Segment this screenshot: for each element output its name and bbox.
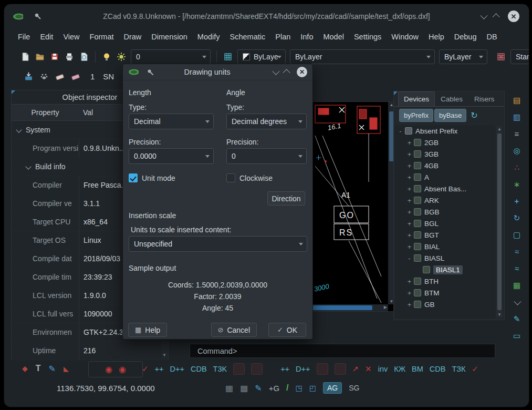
menu-draw[interactable]: Draw [123, 33, 141, 41]
scroll-up-icon[interactable]: ▲ [496, 127, 503, 131]
tool-icon[interactable]: ◆ [22, 364, 28, 373]
grid-display-icon[interactable]: ▩ [240, 383, 248, 393]
disabled-tool-icon[interactable] [335, 363, 346, 375]
cdb-button[interactable]: CDB [191, 365, 207, 373]
layers-stack-icon[interactable]: ▤ [511, 95, 523, 106]
shade-up-icon[interactable] [493, 13, 500, 20]
draw-mode-icon[interactable]: ✎ [255, 383, 262, 393]
save-icon[interactable] [49, 52, 60, 62]
tree-item[interactable]: +A [395, 171, 495, 183]
expander-icon[interactable]: + [406, 150, 413, 158]
new-file-icon[interactable] [20, 52, 30, 62]
sn-label[interactable]: SN [103, 72, 114, 81]
grid-icon[interactable]: ▦ [511, 280, 523, 291]
roll-up-icon[interactable] [283, 69, 290, 76]
tree-item[interactable]: +BGB [395, 206, 495, 218]
scroll-right-icon[interactable]: ▶ [384, 305, 387, 310]
menu-file[interactable]: File [18, 33, 30, 41]
dplusplus2-button[interactable]: D++ [296, 365, 310, 373]
length-precision-combo[interactable]: 0.0000 [129, 148, 214, 164]
text-tool-icon[interactable]: T [36, 364, 41, 373]
menu-settings[interactable]: Settings [354, 33, 381, 41]
help-button[interactable]: ▦Help [128, 323, 167, 337]
lineweight-combo[interactable]: ByLayer [439, 49, 487, 64]
refresh-icon[interactable]: ↻ [511, 212, 523, 223]
menu-debug[interactable]: Debug [454, 33, 477, 41]
expander-icon[interactable]: + [406, 162, 413, 170]
menu-format[interactable]: Format [90, 33, 114, 41]
snap-corner-icon[interactable]: ◳ [296, 384, 302, 392]
menu-dimension[interactable]: Dimension [151, 33, 187, 41]
window-close-button[interactable]: ✕ [508, 11, 519, 22]
expander-icon[interactable]: - [406, 254, 413, 262]
snap-mid-icon[interactable]: ◰ [309, 384, 316, 392]
tab-cables[interactable]: Cables [435, 91, 468, 106]
cdb2-button[interactable]: CDB [430, 365, 446, 373]
tree-item[interactable]: +BTM [395, 287, 495, 299]
menu-window[interactable]: Window [391, 33, 419, 41]
inv-button[interactable]: inv [378, 365, 388, 373]
record-alt-icon[interactable]: ◉ [119, 364, 126, 374]
menu-plan[interactable]: Plan [275, 33, 290, 41]
check-icon[interactable]: ✓ [142, 364, 149, 374]
tree-item-selected[interactable]: BIASL1 [395, 264, 495, 275]
add-icon[interactable]: + [511, 196, 523, 207]
tree-item[interactable]: +ARK [395, 194, 495, 206]
insertion-units-combo[interactable]: Unspecified [129, 236, 307, 252]
vm-button[interactable]: ВМ [412, 365, 423, 373]
pin-icon[interactable] [145, 67, 155, 77]
refresh-icon[interactable]: ↻ [471, 110, 477, 120]
expander-icon[interactable]: + [406, 278, 413, 285]
menu-modify[interactable]: Modify [197, 33, 220, 41]
value-column-header[interactable]: Val [79, 108, 93, 117]
points-icon[interactable]: ∴ [511, 162, 523, 173]
cut-icon[interactable]: ✕ [365, 364, 372, 374]
by-base-button[interactable]: byBase [434, 109, 466, 122]
plusplus2-button[interactable]: ++ [280, 365, 289, 373]
style-combo[interactable]: Standa [510, 49, 529, 64]
expander-icon[interactable]: + [406, 231, 413, 239]
menu-edit[interactable]: Edit [40, 33, 53, 41]
measure-icon[interactable]: ▭ [511, 330, 523, 341]
pin-icon[interactable] [33, 11, 43, 22]
menu-view[interactable]: View [63, 33, 79, 41]
clockwise-checkbox[interactable]: Clockwise [226, 173, 273, 182]
scrollbar-thumb[interactable] [497, 134, 502, 310]
print-preview-icon[interactable] [79, 52, 89, 62]
unit-mode-checkbox[interactable]: Unit mode [129, 173, 175, 182]
ag-toggle[interactable]: AG [323, 382, 342, 394]
layers-grid-icon[interactable] [223, 52, 233, 62]
property-column-header[interactable]: Property [12, 108, 79, 117]
layer-combo[interactable]: 0 [131, 49, 211, 64]
shade-down-icon[interactable] [480, 12, 487, 19]
record-icon[interactable]: ◉ [105, 364, 112, 374]
scroll-down-icon[interactable]: ▼ [496, 312, 503, 317]
color-combo[interactable]: ByLaye [237, 49, 286, 64]
command-line[interactable]: Command> [190, 344, 495, 358]
check-icon[interactable]: ✓ [472, 364, 478, 374]
expander-icon[interactable]: + [406, 139, 413, 147]
slope-icon[interactable]: / [286, 383, 288, 393]
expander-icon[interactable]: + [406, 301, 413, 309]
t3k-button[interactable]: T3K [213, 365, 227, 373]
eraser-icon[interactable] [55, 71, 65, 81]
tree-item[interactable]: +BGL [395, 218, 495, 229]
tree-item[interactable]: +Absent Bas... [395, 183, 495, 194]
plusplus-button[interactable]: ++ [155, 365, 164, 373]
import-block-icon[interactable] [23, 71, 34, 81]
plus-g-toggle[interactable]: +G [269, 384, 279, 393]
target-icon[interactable]: ◎ [511, 145, 523, 156]
materials-icon[interactable] [496, 52, 506, 62]
tab-devices[interactable]: Devices [398, 91, 435, 106]
list-lines-icon[interactable]: ≡ [511, 128, 523, 139]
expander-icon[interactable]: + [406, 185, 413, 193]
polyline-icon[interactable]: ≈ [511, 246, 523, 257]
chevron-down-icon[interactable] [511, 296, 523, 308]
dialog-titlebar[interactable]: Drawing units ✕ [123, 64, 312, 80]
tree-item[interactable]: +BIAL [395, 241, 495, 252]
network-icon[interactable]: ∗ [511, 179, 523, 190]
dplusplus-button[interactable]: D++ [170, 365, 184, 373]
inspector-row[interactable]: Uptime216 [12, 342, 168, 360]
blocks-icon[interactable]: ▥ [511, 111, 523, 122]
tree-scrollbar[interactable]: ▲ ▼ [496, 126, 503, 317]
